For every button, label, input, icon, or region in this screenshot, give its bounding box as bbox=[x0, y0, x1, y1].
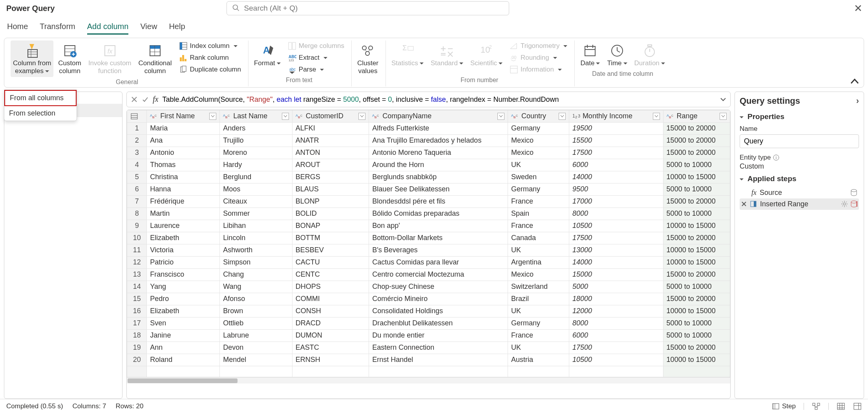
cell[interactable]: Martin bbox=[147, 207, 220, 220]
cell[interactable]: AROUT bbox=[292, 159, 369, 171]
horizontal-scrollbar[interactable] bbox=[127, 377, 730, 384]
cell[interactable]: 15000 to 20000 bbox=[663, 293, 730, 305]
row-number[interactable]: 16 bbox=[127, 305, 147, 317]
cell[interactable]: BESBEV bbox=[292, 244, 369, 256]
cell[interactable]: Ernst Handel bbox=[369, 354, 508, 366]
cell[interactable]: 5000 to 10000 bbox=[663, 207, 730, 220]
cell[interactable]: 10000 to 15000 bbox=[663, 305, 730, 317]
fx-icon[interactable]: fx bbox=[153, 95, 158, 104]
schema-view-icon[interactable] bbox=[853, 402, 862, 410]
row-number[interactable]: 1 bbox=[127, 122, 147, 134]
cell[interactable]: 6000 bbox=[569, 159, 663, 171]
col-company-name[interactable]: ABCCompanyName bbox=[369, 110, 508, 122]
extract-button[interactable]: ABC123 Extract bbox=[285, 52, 347, 63]
cell[interactable]: Drachenblut Delikatessen bbox=[369, 317, 508, 329]
cell[interactable]: Antonio bbox=[147, 147, 220, 159]
row-number[interactable]: 14 bbox=[127, 281, 147, 293]
cell[interactable]: Berglund bbox=[220, 171, 292, 183]
cell[interactable]: BLAUS bbox=[292, 183, 369, 195]
cell[interactable]: Bon app' bbox=[369, 220, 508, 232]
cell[interactable]: 9500 bbox=[569, 183, 663, 195]
cell[interactable]: Maria bbox=[147, 122, 220, 134]
row-number[interactable]: 13 bbox=[127, 268, 147, 281]
cell[interactable]: Yang bbox=[147, 281, 220, 293]
table-row[interactable]: 10ElizabethLincolnBOTTMBottom-Dollar Mar… bbox=[127, 232, 730, 244]
table-row[interactable]: 13FransciscoChangCENTCCentro comercial M… bbox=[127, 268, 730, 281]
cell[interactable]: Libihan bbox=[220, 220, 292, 232]
cell[interactable]: Comércio Mineiro bbox=[369, 293, 508, 305]
tab-home[interactable]: Home bbox=[7, 20, 28, 35]
cell[interactable]: ANATR bbox=[292, 134, 369, 147]
table-row[interactable]: 3AntonioMorenoANTONAntonio Moreno Taquer… bbox=[127, 147, 730, 159]
cell[interactable]: Christina bbox=[147, 171, 220, 183]
table-row[interactable]: 5ChristinaBerglundBERGSBerglunds snabbkö… bbox=[127, 171, 730, 183]
cell[interactable]: BOTTM bbox=[292, 232, 369, 244]
cell[interactable]: 10000 to 15000 bbox=[663, 220, 730, 232]
cell[interactable]: 5000 to 10000 bbox=[663, 329, 730, 341]
table-row[interactable]: 19AnnDevonEASTCEastern ConnectionUK17500… bbox=[127, 341, 730, 354]
cancel-icon[interactable] bbox=[131, 96, 138, 103]
table-row[interactable]: 2AnaTrujilloANATRAna Trujillo Emaredados… bbox=[127, 134, 730, 147]
cell[interactable]: Eastern Connection bbox=[369, 341, 508, 354]
table-row[interactable]: 12PatricioSimpsonCACTUCactus Comidas par… bbox=[127, 256, 730, 268]
cell[interactable]: Switzerland bbox=[508, 281, 569, 293]
cell[interactable]: 15000 to 20000 bbox=[663, 134, 730, 147]
cell[interactable]: Argentina bbox=[508, 256, 569, 268]
cell[interactable]: DUMON bbox=[292, 329, 369, 341]
row-number[interactable]: 20 bbox=[127, 354, 147, 366]
cell[interactable]: CENTC bbox=[292, 268, 369, 281]
cell[interactable]: Brown bbox=[220, 305, 292, 317]
cell[interactable]: Blondesddsl pére et fils bbox=[369, 195, 508, 207]
data-view-icon[interactable] bbox=[837, 402, 845, 410]
tab-help[interactable]: Help bbox=[169, 20, 185, 35]
row-number[interactable]: 9 bbox=[127, 220, 147, 232]
cell[interactable]: ANTON bbox=[292, 147, 369, 159]
formula-text[interactable]: Table.AddColumn(Source, "Range", each le… bbox=[162, 95, 716, 104]
cell[interactable]: 10500 bbox=[569, 220, 663, 232]
cell[interactable]: Chop-suey Chinese bbox=[369, 281, 508, 293]
cell[interactable]: 5000 to 10000 bbox=[663, 183, 730, 195]
cell[interactable]: Du monde entier bbox=[369, 329, 508, 341]
cell[interactable]: Ashworth bbox=[220, 244, 292, 256]
step-inserted-range[interactable]: Inserted Range bbox=[740, 198, 859, 210]
rank-column-button[interactable]: Rank column bbox=[177, 52, 243, 63]
table-row[interactable]: 4ThomasHardyAROUTAround the HornUK600050… bbox=[127, 159, 730, 171]
row-number[interactable]: 4 bbox=[127, 159, 147, 171]
filter-button[interactable] bbox=[209, 113, 216, 120]
tab-transform[interactable]: Transform bbox=[40, 20, 75, 35]
scrollbar-thumb[interactable] bbox=[128, 378, 238, 383]
cell[interactable]: BOLID bbox=[292, 207, 369, 220]
cell[interactable]: Moos bbox=[220, 183, 292, 195]
cell[interactable]: Hardy bbox=[220, 159, 292, 171]
row-number[interactable]: 10 bbox=[127, 232, 147, 244]
cell[interactable]: 15500 bbox=[569, 134, 663, 147]
cell[interactable]: 8000 bbox=[569, 317, 663, 329]
row-number[interactable]: 7 bbox=[127, 195, 147, 207]
cell[interactable]: CONSH bbox=[292, 305, 369, 317]
cell[interactable]: 5000 bbox=[569, 281, 663, 293]
table-row[interactable]: 15PedroAfonsoCOMMIComércio MineiroBrazil… bbox=[127, 293, 730, 305]
cell[interactable]: Wang bbox=[220, 281, 292, 293]
cell[interactable]: 5000 to 10000 bbox=[663, 281, 730, 293]
cell[interactable]: DHOPS bbox=[292, 281, 369, 293]
cell[interactable]: Germany bbox=[508, 183, 569, 195]
cell[interactable]: France bbox=[508, 220, 569, 232]
formula-expand-button[interactable] bbox=[720, 97, 726, 102]
cell[interactable]: 10000 to 15000 bbox=[663, 256, 730, 268]
step-source[interactable]: fx Source bbox=[740, 187, 859, 198]
format-button[interactable]: A Format bbox=[252, 40, 283, 69]
gear-icon[interactable] bbox=[841, 200, 848, 207]
ribbon-collapse-button[interactable] bbox=[850, 79, 859, 84]
cell[interactable]: 13000 bbox=[569, 244, 663, 256]
cell[interactable]: Patricio bbox=[147, 256, 220, 268]
cell[interactable]: Thomas bbox=[147, 159, 220, 171]
table-row[interactable]: 9LaurenceLibihanBONAPBon app'France10500… bbox=[127, 220, 730, 232]
cell[interactable]: Mexico bbox=[508, 134, 569, 147]
cell[interactable]: 15000 to 20000 bbox=[663, 232, 730, 244]
col-first-name[interactable]: ABCFirst Name bbox=[147, 110, 220, 122]
cell[interactable]: 12000 bbox=[569, 305, 663, 317]
row-number[interactable]: 18 bbox=[127, 329, 147, 341]
row-number[interactable]: 8 bbox=[127, 207, 147, 220]
cell[interactable]: ERNSH bbox=[292, 354, 369, 366]
cell[interactable]: 6000 bbox=[569, 329, 663, 341]
